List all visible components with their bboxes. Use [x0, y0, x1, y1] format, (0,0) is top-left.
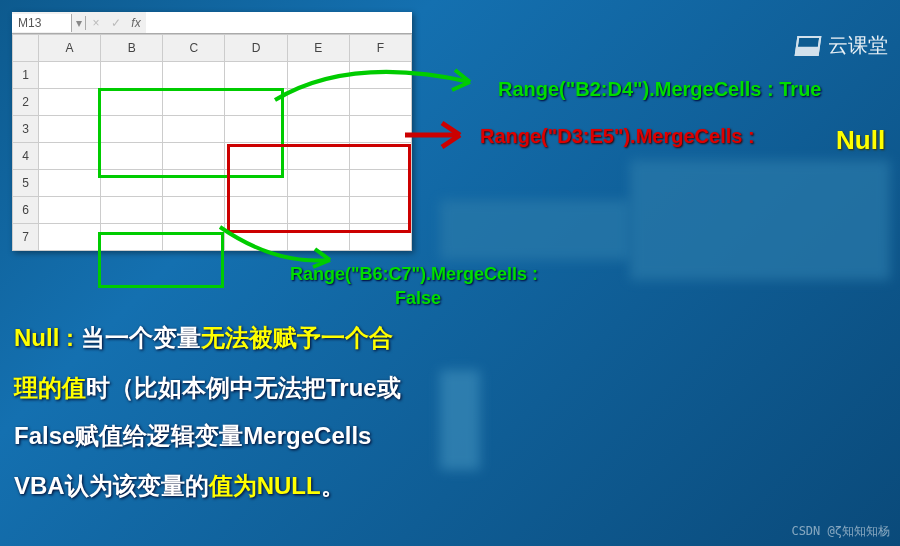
name-box[interactable]: M13: [12, 14, 72, 32]
code-annotation-3: Range("B6:C7").MergeCells :: [290, 264, 538, 285]
row-header[interactable]: 7: [13, 224, 39, 251]
code-annotation-1: Range("B2:D4").MergeCells : True: [498, 78, 822, 101]
col-header[interactable]: E: [287, 35, 349, 62]
book-icon: [795, 36, 822, 56]
spreadsheet-grid[interactable]: A B C D E F 1 2 3 4 5 6 7: [12, 34, 412, 251]
row-header[interactable]: 6: [13, 197, 39, 224]
brand-text: 云课堂: [828, 32, 888, 59]
select-all-corner[interactable]: [13, 35, 39, 62]
explanation-line-1: Null : 当一个变量无法被赋予一个合: [14, 322, 393, 354]
enter-icon: ✓: [106, 16, 126, 30]
formula-bar-row: M13 ▾ × ✓ fx: [12, 12, 412, 34]
code-annotation-2: Range("D3:E5").MergeCells :: [480, 125, 755, 148]
col-header[interactable]: D: [225, 35, 287, 62]
explanation-line-2: 理的值时（比如本例中无法把True或: [14, 372, 401, 404]
spreadsheet-panel: M13 ▾ × ✓ fx A B C D E F 1 2 3 4 5 6 7: [12, 12, 412, 251]
brand-logo: 云课堂: [796, 32, 888, 59]
col-header[interactable]: F: [349, 35, 411, 62]
fx-icon[interactable]: fx: [126, 16, 146, 30]
row-header[interactable]: 3: [13, 116, 39, 143]
cancel-icon: ×: [86, 16, 106, 30]
name-box-dropdown-icon[interactable]: ▾: [72, 16, 86, 30]
col-header[interactable]: A: [39, 35, 101, 62]
explanation-line-4: VBA认为该变量的值为NULL。: [14, 470, 345, 502]
null-result-label: Null: [836, 125, 885, 156]
code-annotation-3b: False: [395, 288, 441, 309]
col-header[interactable]: C: [163, 35, 225, 62]
explanation-line-3: False赋值给逻辑变量MergeCells: [14, 420, 371, 452]
col-header[interactable]: B: [101, 35, 163, 62]
row-header[interactable]: 4: [13, 143, 39, 170]
row-header[interactable]: 5: [13, 170, 39, 197]
arrow-red: [400, 115, 480, 155]
row-header[interactable]: 2: [13, 89, 39, 116]
formula-input[interactable]: [146, 12, 412, 33]
watermark: CSDN @ζ知知知杨: [791, 523, 890, 540]
row-header[interactable]: 1: [13, 62, 39, 89]
